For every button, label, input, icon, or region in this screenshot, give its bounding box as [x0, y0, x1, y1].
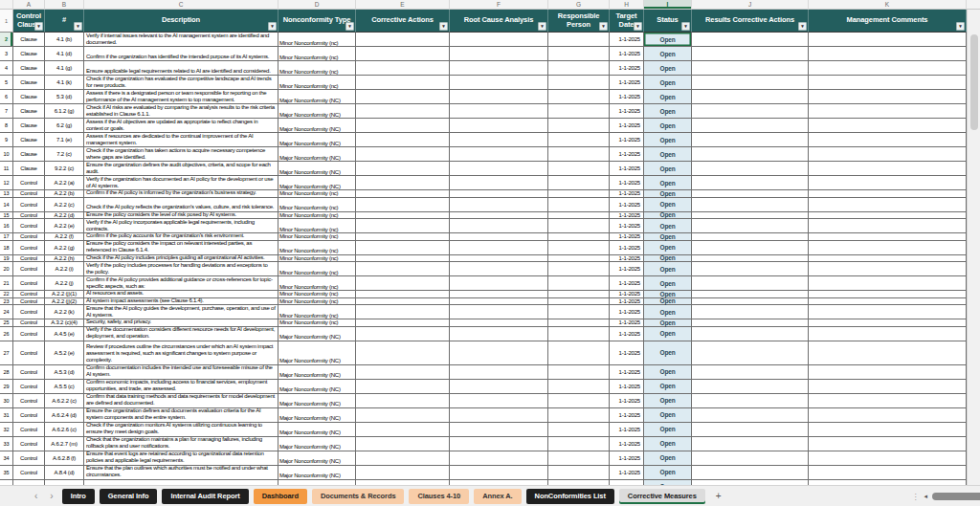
cell-control-clause[interactable]: Control [13, 262, 45, 276]
cell-nonconformity-type[interactable]: Minor Nonconformity (nc) [278, 319, 356, 327]
cell-corrective-actions[interactable] [356, 365, 450, 380]
cell-description[interactable]: Assess if the AI objectives are updated … [84, 119, 278, 133]
row-number[interactable]: 4 [0, 61, 13, 76]
cell-description[interactable]: Confirm if the policy accounts for the o… [84, 233, 278, 241]
cell-nonconformity-type[interactable]: Minor Nonconformity (nc) [278, 241, 356, 255]
filter-icon[interactable]: ▾ [439, 22, 448, 31]
cell-target-date[interactable]: 1-1-2025 [610, 255, 644, 263]
cell-nonconformity-type[interactable]: Minor Nonconformity (nc) [278, 291, 356, 298]
cell-results-corrective-actions[interactable] [692, 276, 809, 291]
cell-root-cause-analysis[interactable] [450, 212, 548, 220]
cell-management-comments[interactable] [809, 176, 967, 190]
cell-management-comments[interactable] [809, 305, 967, 319]
cell-results-corrective-actions[interactable] [692, 291, 809, 298]
cell-management-comments[interactable] [809, 423, 967, 437]
cell-corrective-actions[interactable] [356, 408, 450, 423]
cell-status[interactable]: Open [644, 133, 692, 147]
cell-description[interactable]: Verify if internal issues relevant to th… [84, 33, 278, 47]
cell-number[interactable]: A.8.4 (d) [45, 466, 84, 480]
row-number[interactable]: 2 [0, 33, 13, 47]
next-sheet-icon[interactable]: › [46, 492, 56, 501]
cell-root-cause-analysis[interactable] [450, 255, 548, 263]
cell-responsible-person[interactable] [548, 212, 610, 220]
cell-management-comments[interactable] [809, 437, 967, 451]
row-number[interactable]: 9 [0, 133, 13, 147]
cell-nonconformity-type[interactable]: Minor Nonconformity (nc) [278, 198, 356, 212]
cell-description[interactable]: Assess if resources are dedicated to the… [84, 133, 278, 147]
cell-responsible-person[interactable] [548, 341, 610, 365]
filter-icon[interactable]: ▾ [538, 22, 546, 31]
cell-control-clause[interactable]: Control [13, 255, 45, 263]
cell-responsible-person[interactable] [548, 241, 610, 255]
cell-status[interactable]: Open [644, 33, 692, 47]
cell-target-date[interactable]: 1-1-2025 [610, 33, 644, 47]
cell-root-cause-analysis[interactable] [450, 90, 548, 104]
cell-number[interactable]: 7.1 (e) [45, 133, 84, 147]
sheet-tab-annex-a-[interactable]: Annex A. [474, 489, 521, 504]
cell-control-clause[interactable]: Control [13, 451, 45, 466]
cell-responsible-person[interactable] [548, 291, 610, 298]
cell-control-clause[interactable]: Control [13, 327, 45, 341]
cell-responsible-person[interactable] [548, 319, 610, 327]
cell-number[interactable]: A.2.2 (k) [45, 305, 84, 319]
cell-root-cause-analysis[interactable] [450, 451, 548, 466]
cell-management-comments[interactable] [809, 133, 967, 147]
cell-root-cause-analysis[interactable] [450, 380, 548, 394]
cell-root-cause-analysis[interactable] [450, 341, 548, 365]
row-number[interactable]: 15 [0, 212, 13, 220]
cell-corrective-actions[interactable] [356, 241, 450, 255]
cell-description[interactable]: Security, safety, and privacy. [84, 319, 278, 327]
cell-control-clause[interactable]: Clause [13, 76, 45, 90]
cell-number[interactable]: A.2.2 (g) [45, 241, 84, 255]
cell-responsible-person[interactable] [548, 76, 610, 90]
cell-target-date[interactable]: 1-1-2025 [610, 380, 644, 394]
cell-results-corrective-actions[interactable] [692, 190, 809, 198]
cell-target-date[interactable]: 1-1-2025 [610, 119, 644, 133]
cell-management-comments[interactable] [809, 262, 967, 276]
cell-responsible-person[interactable] [548, 219, 610, 233]
cell-target-date[interactable]: 1-1-2025 [610, 233, 644, 241]
cell-corrective-actions[interactable] [356, 394, 450, 408]
row-number[interactable]: 1 [0, 10, 13, 33]
cell-target-date[interactable]: 1-1-2025 [610, 76, 644, 90]
cell-description[interactable]: Confirm if the organization has identifi… [84, 47, 278, 61]
cell-control-clause[interactable]: Control [13, 319, 45, 327]
cell-target-date[interactable]: 1-1-2025 [610, 408, 644, 423]
cell-corrective-actions[interactable] [356, 190, 450, 198]
cell-number[interactable]: A.6.2.6 (c) [45, 423, 84, 437]
cell-nonconformity-type[interactable]: Minor Nonconformity (nc) [278, 305, 356, 319]
cell-control-clause[interactable]: Control [13, 233, 45, 241]
cell-target-date[interactable]: 1-1-2025 [610, 276, 644, 291]
cell-control-clause[interactable]: Control [13, 305, 45, 319]
cell-status[interactable]: Open [644, 119, 692, 133]
row-number[interactable]: 5 [0, 76, 13, 90]
cell-nonconformity-type[interactable]: Major Nonconformity (NC) [278, 380, 356, 394]
cell-nonconformity-type[interactable]: Major Nonconformity (NC) [278, 394, 356, 408]
cell-nonconformity-type[interactable]: Minor Nonconformity (nc) [278, 276, 356, 291]
cell-number[interactable]: A.5.3 (d) [45, 365, 84, 380]
cell-status[interactable]: Open [644, 276, 692, 291]
cell-responsible-person[interactable] [548, 61, 610, 76]
cell-results-corrective-actions[interactable] [692, 176, 809, 190]
cell-control-clause[interactable]: Clause [13, 47, 45, 61]
cell-root-cause-analysis[interactable] [450, 47, 548, 61]
cell-results-corrective-actions[interactable] [692, 90, 809, 104]
cell-target-date[interactable]: 1-1-2025 [610, 423, 644, 437]
cell-responsible-person[interactable] [548, 198, 610, 212]
cell-number[interactable]: A.2.2 (a) [45, 176, 84, 190]
cell-status[interactable]: Open [644, 219, 692, 233]
cell-root-cause-analysis[interactable] [450, 466, 548, 480]
cell-target-date[interactable]: 1-1-2025 [610, 327, 644, 341]
cell-nonconformity-type[interactable]: Major Nonconformity (NC) [278, 147, 356, 162]
column-letter-e[interactable]: E [356, 0, 450, 10]
cell-status[interactable]: Open [644, 262, 692, 276]
cell-results-corrective-actions[interactable] [692, 147, 809, 162]
header-number[interactable]: # ▾ [45, 10, 84, 33]
cell-target-date[interactable]: 1-1-2025 [610, 305, 644, 319]
cell-target-date[interactable]: 1-1-2025 [610, 190, 644, 198]
filter-icon[interactable]: ▾ [268, 22, 277, 31]
cell-root-cause-analysis[interactable] [450, 408, 548, 423]
cell-target-date[interactable]: 1-1-2025 [610, 133, 644, 147]
row-number[interactable]: 22 [0, 291, 13, 298]
cell-management-comments[interactable] [809, 90, 967, 104]
